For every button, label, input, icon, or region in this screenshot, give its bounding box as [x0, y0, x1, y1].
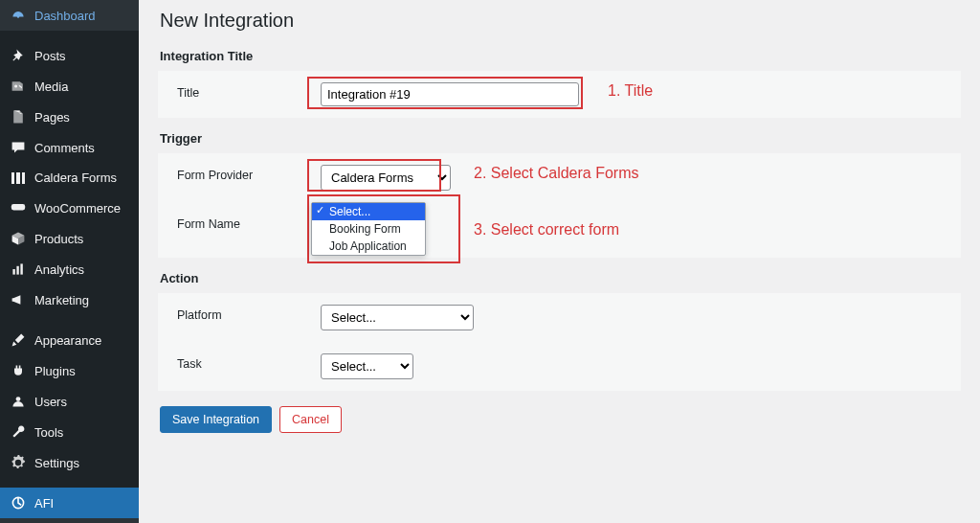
sidebar-item-plugins[interactable]: Plugins — [0, 355, 139, 386]
svg-rect-3 — [11, 204, 25, 210]
form-name-option-booking[interactable]: Booking Form — [312, 220, 425, 238]
sidebar-label: Pages — [34, 110, 70, 125]
gear-icon — [10, 455, 27, 470]
sidebar-item-pages[interactable]: Pages — [0, 102, 139, 132]
sidebar-item-settings[interactable]: Settings — [0, 447, 139, 478]
caldera-icon — [10, 172, 27, 184]
megaphone-icon — [10, 292, 27, 307]
sidebar-label: Caldera Forms — [34, 171, 117, 185]
sidebar-label: WooCommerce — [34, 201, 121, 216]
sidebar-label: Media — [34, 80, 68, 94]
cancel-button[interactable]: Cancel — [279, 406, 342, 433]
users-icon — [10, 394, 27, 409]
sidebar-item-caldera-forms[interactable]: Caldera Forms — [0, 163, 139, 193]
comment-icon — [10, 140, 27, 155]
sidebar-label: Appearance — [34, 333, 101, 348]
platform-label: Platform — [158, 293, 311, 342]
form-name-option-select[interactable]: Select... — [312, 203, 425, 220]
form-provider-label: Form Provider — [158, 153, 311, 202]
sidebar-item-appearance[interactable]: Appearance — [0, 325, 139, 355]
save-integration-button[interactable]: Save Integration — [160, 406, 272, 433]
media-icon — [10, 79, 27, 94]
title-label: Title — [158, 71, 311, 118]
sidebar-label: Products — [34, 232, 83, 246]
afi-icon — [10, 495, 27, 511]
annotation-text-2: 2. Select Caldera Forms — [474, 165, 639, 182]
sidebar-label: Marketing — [34, 293, 89, 307]
sidebar-label: Posts — [34, 49, 66, 63]
woo-icon — [10, 200, 27, 216]
sidebar-label: Tools — [34, 425, 63, 440]
pin-icon — [10, 48, 27, 63]
box-icon — [10, 231, 27, 246]
sidebar-label: Settings — [34, 456, 79, 470]
sidebar-item-woocommerce[interactable]: WooCommerce — [0, 193, 139, 223]
section-integration-title: Integration Title — [160, 49, 961, 63]
annotation-text-3: 3. Select correct form — [474, 221, 619, 239]
sidebar-item-posts[interactable]: Posts — [0, 40, 139, 71]
submenu-integrations[interactable]: Integrations — [0, 518, 139, 523]
task-label: Task — [158, 342, 311, 391]
sidebar-item-afi[interactable]: AFI — [0, 488, 139, 518]
svg-rect-5 — [16, 266, 18, 275]
sidebar-label: Comments — [34, 141, 95, 155]
sidebar-item-comments[interactable]: Comments — [0, 132, 139, 163]
sidebar-item-users[interactable]: Users — [0, 386, 139, 417]
page-title: New Integration — [160, 10, 961, 32]
svg-rect-7 — [12, 298, 14, 301]
sidebar-label: Plugins — [34, 364, 76, 378]
gauge-icon — [10, 8, 27, 23]
sidebar-item-products[interactable]: Products — [0, 223, 139, 254]
plug-icon — [10, 363, 27, 378]
sidebar-label: Users — [34, 395, 67, 409]
svg-rect-6 — [20, 263, 22, 274]
section-action: Action — [160, 271, 961, 285]
sidebar-item-tools[interactable]: Tools — [0, 417, 139, 447]
sidebar-item-dashboard[interactable]: Dashboard — [0, 0, 139, 31]
brush-icon — [10, 332, 27, 348]
annotation-text-1: 1. Title — [608, 82, 653, 100]
platform-select[interactable]: Select... — [321, 305, 474, 330]
form-name-label: Form Name — [158, 202, 311, 258]
form-name-option-job[interactable]: Job Application — [312, 238, 425, 255]
section-trigger: Trigger — [160, 131, 961, 146]
sidebar-label: Analytics — [34, 262, 84, 277]
page-icon — [10, 109, 27, 125]
svg-rect-4 — [12, 269, 14, 275]
form-provider-select[interactable]: Caldera Forms — [321, 165, 451, 191]
main-content: New Integration Integration Title Title … — [139, 0, 980, 523]
sidebar-item-media[interactable]: Media — [0, 71, 139, 102]
sidebar-item-analytics[interactable]: Analytics — [0, 254, 139, 284]
svg-point-2 — [14, 84, 17, 87]
form-name-dropdown-open[interactable]: Select... Booking Form Job Application — [311, 202, 426, 256]
svg-point-8 — [16, 397, 21, 401]
sidebar-label: AFI — [34, 496, 54, 511]
sidebar-label: Dashboard — [34, 9, 96, 23]
admin-sidebar: Dashboard Posts Media Pages Comments Cal… — [0, 0, 139, 523]
title-input[interactable] — [321, 82, 579, 106]
sidebar-item-marketing[interactable]: Marketing — [0, 284, 139, 315]
chart-icon — [10, 262, 27, 277]
wrench-icon — [10, 424, 27, 440]
task-select[interactable]: Select... — [321, 353, 413, 379]
